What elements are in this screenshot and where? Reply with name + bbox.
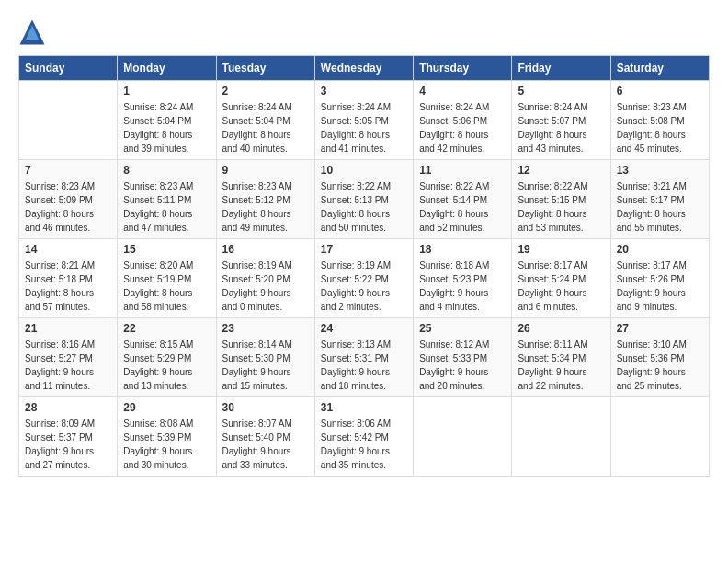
day-number: 29	[123, 401, 210, 414]
day-number: 11	[419, 164, 506, 177]
day-info: Sunrise: 8:17 AMSunset: 5:24 PMDaylight:…	[518, 259, 604, 314]
column-header-monday: Monday	[118, 56, 216, 81]
day-info: Sunrise: 8:12 AMSunset: 5:33 PMDaylight:…	[419, 338, 506, 393]
day-info: Sunrise: 8:24 AMSunset: 5:06 PMDaylight:…	[419, 100, 506, 155]
day-number: 18	[419, 243, 506, 256]
calendar-cell: 17Sunrise: 8:19 AMSunset: 5:22 PMDayligh…	[314, 239, 413, 318]
day-number: 23	[222, 322, 309, 335]
calendar-cell	[19, 81, 118, 160]
day-info: Sunrise: 8:06 AMSunset: 5:42 PMDaylight:…	[321, 417, 407, 472]
day-info: Sunrise: 8:24 AMSunset: 5:04 PMDaylight:…	[222, 100, 309, 155]
calendar-cell: 27Sunrise: 8:10 AMSunset: 5:36 PMDayligh…	[610, 318, 709, 397]
logo	[18, 18, 50, 46]
day-info: Sunrise: 8:13 AMSunset: 5:31 PMDaylight:…	[321, 338, 407, 393]
week-row-4: 28Sunrise: 8:09 AMSunset: 5:37 PMDayligh…	[19, 397, 710, 477]
calendar-cell: 31Sunrise: 8:06 AMSunset: 5:42 PMDayligh…	[314, 397, 413, 477]
day-number: 25	[419, 322, 506, 335]
day-info: Sunrise: 8:23 AMSunset: 5:11 PMDaylight:…	[123, 179, 210, 235]
day-info: Sunrise: 8:15 AMSunset: 5:29 PMDaylight:…	[123, 338, 210, 393]
day-info: Sunrise: 8:20 AMSunset: 5:19 PMDaylight:…	[123, 259, 210, 314]
day-info: Sunrise: 8:24 AMSunset: 5:04 PMDaylight:…	[123, 100, 210, 155]
day-info: Sunrise: 8:23 AMSunset: 5:08 PMDaylight:…	[617, 100, 703, 155]
day-number: 8	[123, 164, 210, 177]
page-header	[18, 18, 710, 46]
calendar-cell: 4Sunrise: 8:24 AMSunset: 5:06 PMDaylight…	[414, 81, 512, 160]
calendar-cell: 7Sunrise: 8:23 AMSunset: 5:09 PMDaylight…	[19, 160, 118, 239]
day-number: 1	[123, 85, 210, 98]
column-header-wednesday: Wednesday	[314, 56, 413, 81]
calendar-cell: 23Sunrise: 8:14 AMSunset: 5:30 PMDayligh…	[216, 318, 314, 397]
week-row-0: 1Sunrise: 8:24 AMSunset: 5:04 PMDaylight…	[19, 81, 710, 160]
calendar-cell: 30Sunrise: 8:07 AMSunset: 5:40 PMDayligh…	[216, 397, 314, 477]
week-row-1: 7Sunrise: 8:23 AMSunset: 5:09 PMDaylight…	[19, 160, 710, 239]
calendar-table: SundayMondayTuesdayWednesdayThursdayFrid…	[18, 55, 710, 477]
day-number: 28	[25, 401, 111, 414]
day-info: Sunrise: 8:14 AMSunset: 5:30 PMDaylight:…	[222, 338, 309, 393]
day-info: Sunrise: 8:21 AMSunset: 5:18 PMDaylight:…	[25, 259, 111, 314]
day-number: 5	[518, 85, 604, 98]
day-info: Sunrise: 8:22 AMSunset: 5:15 PMDaylight:…	[518, 179, 604, 235]
day-number: 12	[518, 164, 604, 177]
day-number: 17	[321, 243, 407, 256]
day-info: Sunrise: 8:18 AMSunset: 5:23 PMDaylight:…	[419, 259, 506, 314]
week-row-3: 21Sunrise: 8:16 AMSunset: 5:27 PMDayligh…	[19, 318, 710, 397]
calendar-cell: 11Sunrise: 8:22 AMSunset: 5:14 PMDayligh…	[414, 160, 512, 239]
day-info: Sunrise: 8:16 AMSunset: 5:27 PMDaylight:…	[25, 338, 111, 393]
day-info: Sunrise: 8:22 AMSunset: 5:13 PMDaylight:…	[321, 179, 407, 235]
day-number: 16	[222, 243, 309, 256]
day-number: 9	[222, 164, 309, 177]
day-info: Sunrise: 8:09 AMSunset: 5:37 PMDaylight:…	[25, 417, 111, 472]
day-info: Sunrise: 8:23 AMSunset: 5:09 PMDaylight:…	[25, 179, 111, 235]
calendar-cell: 2Sunrise: 8:24 AMSunset: 5:04 PMDaylight…	[216, 81, 314, 160]
calendar-cell: 22Sunrise: 8:15 AMSunset: 5:29 PMDayligh…	[118, 318, 216, 397]
calendar-cell: 12Sunrise: 8:22 AMSunset: 5:15 PMDayligh…	[512, 160, 610, 239]
calendar-cell: 9Sunrise: 8:23 AMSunset: 5:12 PMDaylight…	[216, 160, 314, 239]
calendar-cell: 21Sunrise: 8:16 AMSunset: 5:27 PMDayligh…	[19, 318, 118, 397]
day-number: 7	[25, 164, 111, 177]
day-number: 2	[222, 85, 309, 98]
day-number: 14	[25, 243, 111, 256]
day-info: Sunrise: 8:08 AMSunset: 5:39 PMDaylight:…	[123, 417, 210, 472]
day-number: 22	[123, 322, 210, 335]
day-info: Sunrise: 8:22 AMSunset: 5:14 PMDaylight:…	[419, 179, 506, 235]
calendar-cell	[414, 397, 512, 477]
day-info: Sunrise: 8:19 AMSunset: 5:22 PMDaylight:…	[321, 259, 407, 314]
calendar-cell: 29Sunrise: 8:08 AMSunset: 5:39 PMDayligh…	[118, 397, 216, 477]
column-header-sunday: Sunday	[19, 56, 118, 81]
calendar-cell: 13Sunrise: 8:21 AMSunset: 5:17 PMDayligh…	[610, 160, 709, 239]
day-number: 30	[222, 401, 309, 414]
calendar-cell: 8Sunrise: 8:23 AMSunset: 5:11 PMDaylight…	[118, 160, 216, 239]
day-number: 15	[123, 243, 210, 256]
column-header-saturday: Saturday	[610, 56, 709, 81]
day-info: Sunrise: 8:07 AMSunset: 5:40 PMDaylight:…	[222, 417, 309, 472]
day-number: 19	[518, 243, 604, 256]
calendar-cell: 28Sunrise: 8:09 AMSunset: 5:37 PMDayligh…	[19, 397, 118, 477]
day-info: Sunrise: 8:24 AMSunset: 5:07 PMDaylight:…	[518, 100, 604, 155]
day-number: 10	[321, 164, 407, 177]
day-number: 21	[25, 322, 111, 335]
calendar-cell: 14Sunrise: 8:21 AMSunset: 5:18 PMDayligh…	[19, 239, 118, 318]
day-number: 31	[321, 401, 407, 414]
calendar-cell: 16Sunrise: 8:19 AMSunset: 5:20 PMDayligh…	[216, 239, 314, 318]
day-info: Sunrise: 8:17 AMSunset: 5:26 PMDaylight:…	[617, 259, 703, 314]
calendar-cell: 15Sunrise: 8:20 AMSunset: 5:19 PMDayligh…	[118, 239, 216, 318]
calendar-cell: 5Sunrise: 8:24 AMSunset: 5:07 PMDaylight…	[512, 81, 610, 160]
column-header-thursday: Thursday	[414, 56, 512, 81]
calendar-cell: 26Sunrise: 8:11 AMSunset: 5:34 PMDayligh…	[512, 318, 610, 397]
logo-icon	[18, 18, 46, 46]
day-info: Sunrise: 8:10 AMSunset: 5:36 PMDaylight:…	[617, 338, 703, 393]
day-number: 27	[617, 322, 703, 335]
calendar-cell: 3Sunrise: 8:24 AMSunset: 5:05 PMDaylight…	[314, 81, 413, 160]
calendar-cell: 18Sunrise: 8:18 AMSunset: 5:23 PMDayligh…	[414, 239, 512, 318]
header-row: SundayMondayTuesdayWednesdayThursdayFrid…	[19, 56, 710, 81]
day-info: Sunrise: 8:21 AMSunset: 5:17 PMDaylight:…	[617, 179, 703, 235]
day-number: 6	[617, 85, 703, 98]
day-number: 13	[617, 164, 703, 177]
day-number: 26	[518, 322, 604, 335]
day-number: 20	[617, 243, 703, 256]
calendar-cell: 1Sunrise: 8:24 AMSunset: 5:04 PMDaylight…	[118, 81, 216, 160]
week-row-2: 14Sunrise: 8:21 AMSunset: 5:18 PMDayligh…	[19, 239, 710, 318]
day-info: Sunrise: 8:24 AMSunset: 5:05 PMDaylight:…	[321, 100, 407, 155]
day-number: 4	[419, 85, 506, 98]
calendar-cell: 19Sunrise: 8:17 AMSunset: 5:24 PMDayligh…	[512, 239, 610, 318]
